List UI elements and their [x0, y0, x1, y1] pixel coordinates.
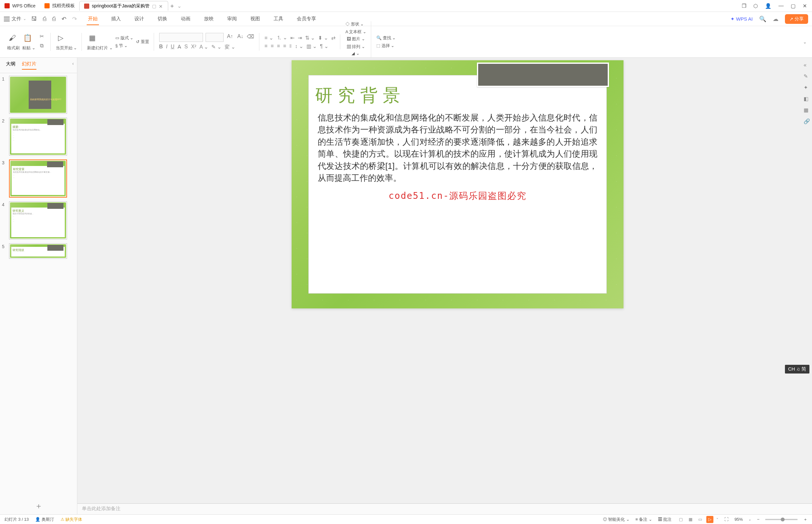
- app-tab-document[interactable]: springboot基于Java的采购管 ▢ ✕: [79, 1, 168, 11]
- select-button[interactable]: ⬚ 选择 ⌄: [376, 43, 396, 49]
- search-icon[interactable]: 🔍: [759, 15, 766, 22]
- align-right-button[interactable]: ≡: [277, 43, 280, 49]
- rail-star-icon[interactable]: ✦: [803, 84, 810, 91]
- ribbon-collapse-icon[interactable]: ⌄: [803, 39, 807, 45]
- indent-inc-button[interactable]: ⇥: [298, 35, 302, 41]
- print-preview-icon[interactable]: ⎙: [52, 15, 56, 22]
- tab-insert[interactable]: 插入: [110, 13, 122, 25]
- text-direction-button[interactable]: ⇅ ⌄: [305, 35, 315, 41]
- zoom-chevron[interactable]: ⌄: [748, 518, 751, 521]
- multi-window-icon[interactable]: ❐: [742, 3, 746, 9]
- cut-icon[interactable]: ✂: [38, 33, 46, 41]
- tab-start[interactable]: 开始: [87, 13, 99, 25]
- picture-button[interactable]: 🖼 图片 ⌄: [347, 36, 365, 42]
- zoom-value[interactable]: 95%: [734, 517, 743, 522]
- columns-button[interactable]: ▥ ⌄: [306, 43, 317, 49]
- app-tab-wps[interactable]: WPS Office: [0, 1, 40, 11]
- find-button[interactable]: 🔍 查找 ⌄: [376, 35, 396, 41]
- arrange-button[interactable]: ▦ 排列 ⌄: [347, 44, 365, 50]
- collapse-panel-icon[interactable]: ‹: [72, 61, 74, 66]
- share-button[interactable]: ↗ 分享: [785, 14, 808, 24]
- distribute-button[interactable]: ⫴: [289, 43, 292, 49]
- slides-tab[interactable]: 幻灯片: [22, 61, 36, 70]
- align-left-button[interactable]: ≡: [265, 43, 267, 49]
- tab-view[interactable]: 视图: [249, 13, 261, 25]
- size-combo[interactable]: [205, 33, 223, 42]
- package-icon[interactable]: ⬡: [753, 3, 758, 9]
- bullets-button[interactable]: ≡ ⌄: [265, 35, 273, 41]
- avatar-icon[interactable]: 👤: [765, 3, 772, 9]
- add-slide-button[interactable]: ＋: [0, 497, 77, 514]
- tab-transition[interactable]: 切换: [156, 13, 168, 25]
- strike-button[interactable]: A̶: [178, 44, 181, 51]
- thumb-row-1[interactable]: 1 采购管理系统的设计与实现PPT: [2, 76, 75, 114]
- view-sorter-icon[interactable]: ▦: [687, 516, 694, 523]
- tab-menu-chevron[interactable]: ⌄: [177, 3, 181, 9]
- new-tab-button[interactable]: ＋: [168, 2, 176, 10]
- fill-button[interactable]: ◢ ⌄: [351, 51, 360, 56]
- cloud-icon[interactable]: ☁: [773, 15, 778, 22]
- thumb-row-4[interactable]: 4 研究意义现在计算机技术的快速............: [2, 201, 75, 240]
- zoom-out-button[interactable]: −: [757, 517, 760, 522]
- rail-link-icon[interactable]: 🔗: [803, 118, 810, 125]
- tab-review[interactable]: 审阅: [226, 13, 238, 25]
- author-indicator[interactable]: 👤 奥斯汀: [35, 517, 54, 522]
- canvas-scroll[interactable]: 研究背景 信息技术的集成化和信息网络化的不断发展，人类开始步入信息化时代，信息技…: [77, 58, 812, 503]
- thumb-row-3[interactable]: 3 研究背景信息技术的集成化和信息网络化的不断发展.........: [2, 160, 75, 198]
- close-button[interactable]: ✕: [803, 3, 807, 9]
- tab-close-icon[interactable]: ✕: [159, 4, 163, 9]
- tab-slideshow[interactable]: 放映: [203, 13, 215, 25]
- outline-tab[interactable]: 大纲: [6, 61, 15, 70]
- italic-button[interactable]: I: [166, 44, 167, 51]
- bold-button[interactable]: B: [159, 44, 163, 51]
- missing-font-warning[interactable]: ⚠ 缺失字体: [61, 517, 82, 522]
- slide-body[interactable]: 信息技术的集成化和信息网络化的不断发展，人类开始步入信息化时代，信息技术作为一种…: [309, 112, 607, 184]
- fit-icon[interactable]: ⛶: [724, 517, 729, 522]
- print-icon[interactable]: ⎙: [43, 15, 46, 22]
- grow-font-icon[interactable]: A↑: [226, 33, 234, 41]
- convert-button[interactable]: ⇄: [331, 35, 335, 41]
- rail-pencil-icon[interactable]: ✎: [803, 73, 810, 79]
- view-slideshow-icon[interactable]: ▷: [706, 516, 713, 523]
- rail-chevron-icon[interactable]: «: [803, 62, 810, 68]
- thumb-row-2[interactable]: 2 摘要:信息技术的集成化和信息网络化...............: [2, 118, 75, 155]
- zoom-in-button[interactable]: ＋: [803, 517, 808, 522]
- align-justify-button[interactable]: ≡: [283, 43, 286, 49]
- tab-window-icon[interactable]: ▢: [152, 3, 156, 9]
- ime-badge[interactable]: CH ♫ 简: [785, 365, 809, 374]
- align-v-button[interactable]: ⬍ ⌄: [318, 35, 328, 41]
- view-reading-icon[interactable]: ▭: [697, 516, 704, 523]
- tab-tools[interactable]: 工具: [272, 13, 284, 25]
- layout-button[interactable]: ▭ 版式 ⌄: [115, 35, 133, 41]
- font-combo[interactable]: [159, 33, 203, 42]
- format-brush-button[interactable]: 🖌格式刷: [7, 33, 20, 51]
- page-indicator[interactable]: 幻灯片 3 / 13: [4, 517, 29, 522]
- underline-button[interactable]: U: [171, 44, 175, 51]
- undo-icon[interactable]: ↶: [62, 15, 66, 22]
- clear-format-icon[interactable]: ⌫: [247, 33, 254, 41]
- highlight-button[interactable]: ✎ ⌄: [211, 44, 221, 51]
- notes-bar[interactable]: 单击此处添加备注: [77, 503, 812, 514]
- app-tab-template[interactable]: 找稻壳模板: [40, 1, 79, 11]
- tab-design[interactable]: 设计: [133, 13, 145, 25]
- char-spacing-button[interactable]: 変 ⌄: [225, 44, 235, 51]
- new-slide-button[interactable]: ▦新建幻灯片 ⌄: [87, 33, 113, 51]
- rail-layers-icon[interactable]: ▦: [803, 107, 810, 113]
- strike2-button[interactable]: S: [184, 44, 188, 51]
- tab-animation[interactable]: 动画: [180, 13, 192, 25]
- section-button[interactable]: § 节 ⌄: [115, 43, 133, 49]
- textbox-button[interactable]: A 文本框 ⌄: [345, 29, 366, 35]
- save-icon[interactable]: 🖫: [31, 15, 37, 22]
- superscript-button[interactable]: X²: [191, 44, 196, 51]
- paragraph-button[interactable]: ¶ ⌄: [320, 43, 328, 49]
- view-normal-icon[interactable]: ▢: [677, 516, 684, 523]
- comments-toggle[interactable]: ☰ 批注: [658, 517, 672, 522]
- indent-dec-button[interactable]: ⇤: [290, 35, 295, 41]
- slide-banner-placeholder[interactable]: [477, 63, 609, 87]
- maximize-button[interactable]: ▢: [791, 3, 796, 9]
- tab-member[interactable]: 会员专享: [296, 13, 317, 25]
- zoom-slider[interactable]: [765, 519, 797, 520]
- numbering-button[interactable]: ⒈ ⌄: [277, 34, 287, 41]
- slide[interactable]: 研究背景 信息技术的集成化和信息网络化的不断发展，人类开始步入信息化时代，信息技…: [292, 60, 624, 308]
- align-center-button[interactable]: ≡: [271, 43, 274, 49]
